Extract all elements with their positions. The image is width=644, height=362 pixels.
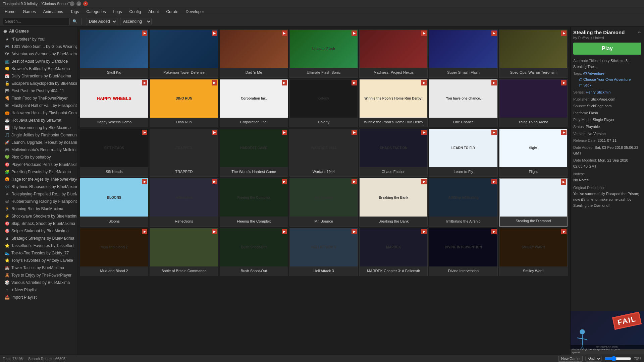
play-button[interactable]: Play — [573, 43, 641, 55]
sidebar-item-rubberburning[interactable]: 🏎Rubberburning Racing by Flashpoint Staf… — [0, 198, 77, 205]
view-select[interactable]: Grid List — [585, 356, 602, 362]
sidebar-item-puzzling[interactable]: 🧩Puzzling Pursuits by BlueMaxima — [0, 168, 77, 176]
game-card-spec-ops[interactable]: ▶Spec Ops: War on Terrorism — [499, 29, 568, 78]
game-card-dad-n-me[interactable]: ▶Dad 'n Me — [220, 29, 288, 78]
sidebar-icon-daily: 📅 — [5, 74, 9, 78]
game-card-thing-thing[interactable]: ▶Thing Thing Arena — [499, 79, 568, 127]
game-card-trapped[interactable]: -TRAPPED-▶-TRAPPED- — [150, 129, 218, 177]
sidebar-item-runningriot[interactable]: 🏃Running Riot by BlueMaxima — [0, 205, 77, 213]
sidebar-item-favorites[interactable]: ★*Favorites* by You! — [0, 36, 77, 43]
zoom-slider[interactable] — [604, 356, 631, 361]
game-card-pokemon-tower[interactable]: ▶Pokemon Tower Defense — [150, 29, 218, 78]
sidebar-item-towertactics[interactable]: 🏰Tower Tactics by BlueMaxima — [0, 264, 77, 272]
sidebar-item-adventurous[interactable]: 🗺Adventurous Avenues by BlueMaxima — [0, 50, 77, 58]
menu-home[interactable]: Home — [1, 8, 19, 15]
sidebar-item-toetoe[interactable]: 👟Toe-to-Toe Tussles by Giddy_77 — [0, 249, 77, 257]
game-card-corporation[interactable]: Corporation Inc.▶Corporation, Inc. — [220, 79, 288, 127]
game-card-warfare-1944[interactable]: WARFARE 1944▶Warfare 1944 — [289, 129, 358, 177]
close-button[interactable]: ✕ — [83, 1, 88, 6]
detail-edit-button[interactable]: ✏ — [638, 30, 641, 35]
game-title-breaking-bank: Breaking the Bank — [360, 217, 427, 226]
menu-animations[interactable]: Animations — [40, 8, 66, 15]
sidebar-item-playerproduced[interactable]: 🎯Player-Produced Perils by BlueMaxima — [0, 161, 77, 168]
game-card-skull-kid[interactable]: ▶Skull Kid — [80, 29, 148, 78]
game-card-one-chance[interactable]: You have one chance.▶One Chance — [429, 79, 497, 127]
game-card-dino-run[interactable]: DINO RUN▶Dino Run — [150, 79, 218, 127]
game-card-fleeing[interactable]: Fleeing the Complex▶Fleeing the Complex — [220, 178, 288, 227]
game-card-heli-attack[interactable]: HELI ATTACK 3▶Heli Attack 3 — [289, 228, 358, 276]
menu-config[interactable]: Config — [126, 8, 145, 15]
game-card-hardest-game[interactable]: HARDEST GAME▶The World's Hardest Game — [220, 129, 288, 177]
menu-categories[interactable]: Categories — [83, 8, 109, 15]
new-game-button[interactable]: New Game — [558, 356, 583, 362]
menu-about[interactable]: About — [145, 8, 162, 15]
search-icon[interactable]: 🔍 — [72, 19, 77, 24]
game-card-bush-shoot[interactable]: Bush Shoot-Out▶Bush Shoot-Out — [220, 228, 288, 276]
sidebar-item-rhythmic[interactable]: 🎶Rhythmic Rhapsodies by BlueMaxima — [0, 183, 77, 190]
sidebar-item-tasselfoot[interactable]: ⭐Tasselfoot's Favorites by Tasselfoot — [0, 242, 77, 249]
detail-tag-sub2[interactable]: Stick — [579, 83, 591, 87]
game-card-commando[interactable]: ▶Battle of Britain Commando — [150, 228, 218, 276]
sidebar-item-tonys[interactable]: ⭐Tony's Favorites by Antony Lavelle — [0, 257, 77, 264]
game-card-infiltrating[interactable]: AIRShip Infiltrating▶Infiltrating the Ai… — [429, 178, 497, 227]
sidebar-all-games-label[interactable]: All Games — [9, 29, 29, 34]
game-card-mardek[interactable]: MARDEK▶MARDEK Chapter 3: A Falienstir — [359, 228, 428, 276]
sidebar-item-firstpast[interactable]: 🏁First Past the Post by 404_11 — [0, 87, 77, 95]
game-card-sift-heads[interactable]: SIFT HEADS▶Sift Heads — [80, 129, 148, 177]
minimize-button[interactable]: ─ — [70, 1, 74, 6]
game-card-happy-wheels[interactable]: HAPPY WHEELS▶Happy Wheels Demo — [80, 79, 148, 127]
sidebar-item-toys[interactable]: 🧸Toys to Enjoy by ThePowerPlayer — [0, 272, 77, 279]
game-card-reflections[interactable]: reflections▶Reflections — [150, 178, 218, 227]
order-select[interactable]: Ascending Descending — [120, 18, 152, 25]
game-card-breaking-bank[interactable]: Breaking the Bank▶Breaking the Bank — [359, 178, 428, 227]
detail-series-value[interactable]: Henry Stickmin — [586, 90, 610, 94]
sidebar-item-escapers[interactable]: 🔓Escaper's Encyclopedia by BlueMaxima — [0, 80, 77, 87]
sidebar-item-flashfood[interactable]: 🍕Flash Food by ThePowerPlayer — [0, 95, 77, 102]
game-card-mr-bounce[interactable]: mr. bounce▶Mr. Bounce — [289, 178, 358, 227]
game-card-flight[interactable]: flight▶Flight — [499, 129, 568, 177]
sidebar-item-1001[interactable]: 🎮1001 Video Gam... by Gibus Wearing Bro.… — [0, 43, 77, 50]
sidebar-item-shockwave[interactable]: ⚡Shockwave Shockers by BlueMaxima — [0, 213, 77, 220]
sidebar-item-picogr8s[interactable]: 💚Pico Gr8s by oshaboy — [0, 154, 77, 161]
sidebar-item-flashpointhall[interactable]: 🏛Flashpoint Hall of Fa... by Flashpoint … — [0, 102, 77, 109]
sidebar-item-newplaylist[interactable]: ++ New Playlist — [0, 286, 77, 294]
game-card-smiley-war[interactable]: SMILEY WAR!!▶Smiley War!! — [499, 228, 568, 276]
sidebar-item-roleplaying[interactable]: ⚔Roleplaying-Propelled Re... by BlueMax.… — [0, 190, 77, 198]
game-card-divine[interactable]: DIVINE INTERVENTION▶Divine Intervention — [429, 228, 497, 276]
game-card-chaos-faction[interactable]: CHAOS FACTION▶Chaos Faction — [359, 129, 428, 177]
sidebar-item-skipsmack[interactable]: 🎯Skip, Smack, Shoot by BlueMaxima — [0, 220, 77, 227]
menu-logs[interactable]: Logs — [110, 8, 125, 15]
game-card-stealing[interactable]: ▶Stealing the Diamond — [499, 178, 568, 227]
game-card-learn-to-fly[interactable]: LEARN TO FLY▶Learn to Fly — [429, 129, 497, 177]
sidebar-item-strategic[interactable]: ♟Strategic Strengths by BlueMaxima — [0, 235, 77, 242]
sidebar-item-mollein[interactable]: 🎮Molleindustria's Recom... by Molleind..… — [0, 146, 77, 154]
sidebar-item-idly[interactable]: 📈Idly Incrementing by BlueMaxima — [0, 124, 77, 131]
game-card-colony[interactable]: colony▶Colony — [289, 79, 358, 127]
menu-games[interactable]: Games — [19, 8, 39, 15]
sidebar-item-various[interactable]: 🎲Various Varieties by BlueMaxima — [0, 279, 77, 286]
search-input[interactable] — [3, 18, 70, 25]
game-card-mud-blood[interactable]: mud and blood 2▶Mud and Blood 2 — [80, 228, 148, 276]
sidebar-item-brawlers[interactable]: 👊Brawler's Battles by BlueMaxima — [0, 65, 77, 72]
sidebar-item-rage[interactable]: 😡Rage for the Ages by ThePowerPlayer — [0, 176, 77, 183]
menu-developer[interactable]: Developer — [182, 8, 208, 15]
game-card-bloons[interactable]: BLOONS▶Bloons — [80, 178, 148, 227]
sidebar-item-bestadult[interactable]: 📺Best of Adult Swim by DarkMoe — [0, 58, 77, 65]
sidebar-item-hotjava[interactable]: ☕Hot Java Beans by Strawrat — [0, 117, 77, 124]
sidebar-item-daily[interactable]: 📅Daily Distractions by BlueMaxima — [0, 72, 77, 80]
menu-tags[interactable]: Tags — [67, 8, 82, 15]
detail-tag-main[interactable]: Adventure — [583, 71, 604, 75]
sidebar-item-importplaylist[interactable]: 📥Import Playlist — [0, 294, 77, 301]
sidebar-item-launch[interactable]: 🚀Launch, Upgrade, Repeat by nosamu — [0, 139, 77, 146]
game-card-super-smash[interactable]: ▶Super Smash Flash — [429, 29, 497, 78]
sort-select[interactable]: Date Added Title Publisher — [86, 18, 117, 25]
game-card-ultimate-flash[interactable]: Ultimate Flash▶Ultimate Flash Sonic — [289, 29, 358, 78]
detail-tag-sub1[interactable]: Choose Your Own Adventure — [579, 77, 631, 81]
menu-curate[interactable]: Curate — [163, 8, 182, 15]
sidebar-item-halloween[interactable]: 🎃Halloween Hau... by Flashpoint Commu... — [0, 109, 77, 117]
maximize-button[interactable]: □ — [76, 1, 81, 6]
sidebar-item-jingle[interactable]: 🎵Jingle Jollies by Flashpoint Community — [0, 131, 77, 139]
sidebar-item-sniper[interactable]: 🎯Sniper Stakeout by BlueMaxima — [0, 227, 77, 235]
game-card-winnie[interactable]: Winnie the Pooh's Home Run Derby!▶Winnie… — [359, 79, 428, 127]
game-card-madness[interactable]: ▶Madness: Project Nexus — [359, 29, 428, 78]
